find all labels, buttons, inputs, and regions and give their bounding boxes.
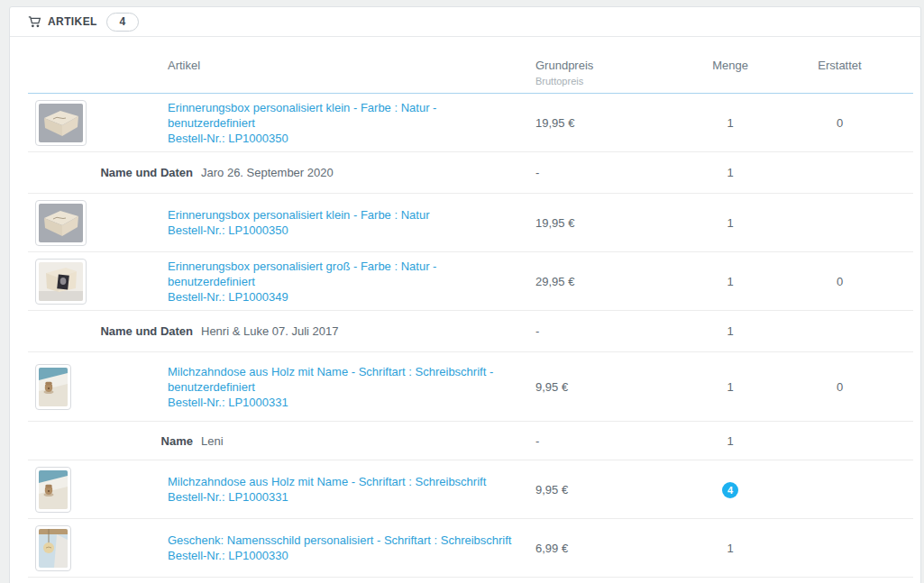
attribute-label: Name und Daten <box>71 324 193 338</box>
articles-table: Artikel Grundpreis Bruttopreis Menge Ers… <box>28 37 913 578</box>
article-name-link[interactable]: Milchzahndose aus Holz mit Name - Schrif… <box>168 474 516 489</box>
table-row: Name und Daten Henri & Luke 07. Juli 201… <box>28 311 913 352</box>
product-thumbnail[interactable] <box>35 100 87 146</box>
table-header-row: Artikel Grundpreis Bruttopreis Menge Ers… <box>28 37 913 94</box>
product-thumbnail[interactable] <box>35 525 71 571</box>
product-thumbnail[interactable] <box>35 364 71 410</box>
article-order-number-link[interactable]: Bestell-Nr.: LP1000350 <box>168 223 516 238</box>
article-order-number-link[interactable]: Bestell-Nr.: LP1000331 <box>168 395 516 410</box>
article-count-badge: 4 <box>106 13 139 32</box>
article-price: 9,95 € <box>526 380 686 394</box>
product-thumbnail[interactable] <box>35 200 87 246</box>
article-name-link[interactable]: Erinnerungsbox personalisiert klein - Fa… <box>168 207 516 223</box>
article-price: 9,95 € <box>526 483 686 496</box>
table-row: Milchzahndose aus Holz mit Name - Schrif… <box>28 460 913 519</box>
column-header-artikel: Artikel <box>159 59 526 72</box>
article-name-link[interactable]: Milchzahndose aus Holz mit Name - Schrif… <box>168 364 516 395</box>
table-row: Erinnerungsbox personalisiert klein - Fa… <box>28 94 913 152</box>
attribute-value: Henri & Luke 07. Juli 2017 <box>201 324 338 338</box>
article-order-number-link[interactable]: Bestell-Nr.: LP1000331 <box>168 489 516 505</box>
quantity-badge: 4 <box>722 482 738 498</box>
article-quantity: 1 <box>686 166 774 179</box>
attribute-label: Name <box>71 434 193 448</box>
artikel-panel: ARTIKEL 4 Artikel Grundpreis Bruttopreis… <box>9 6 921 583</box>
product-thumbnail[interactable] <box>35 259 87 305</box>
table-row: Erinnerungsbox personalisiert klein - Fa… <box>28 194 913 252</box>
shopping-cart-icon <box>28 16 41 28</box>
article-price: - <box>526 434 686 448</box>
article-refunded: 0 <box>774 275 905 288</box>
article-price: 29,95 € <box>526 275 686 288</box>
article-order-number-link[interactable]: Bestell-Nr.: LP1000349 <box>168 289 516 305</box>
attribute-label: Name und Daten <box>71 166 193 179</box>
article-quantity: 1 <box>686 275 774 288</box>
attribute-value: Jaro 26. September 2020 <box>201 166 334 179</box>
column-subheader-bruttopreis: Bruttopreis <box>535 76 686 87</box>
panel-titlebar: ARTIKEL 4 <box>10 7 920 37</box>
article-quantity: 1 <box>686 380 774 394</box>
article-refunded: 0 <box>774 116 905 130</box>
article-name-link[interactable]: Geschenk: Namensschild personalisiert - … <box>168 533 516 548</box>
article-price: 6,99 € <box>526 542 686 555</box>
panel-title: ARTIKEL <box>48 15 97 28</box>
table-row: Geschenk: Namensschild personalisiert - … <box>28 519 913 578</box>
article-order-number-link[interactable]: Bestell-Nr.: LP1000350 <box>168 131 516 146</box>
table-row: Erinnerungsbox personalisiert groß - Far… <box>28 252 913 311</box>
article-name-link[interactable]: Erinnerungsbox personalisiert groß - Far… <box>168 259 516 289</box>
article-quantity: 1 <box>686 434 774 448</box>
article-name-link[interactable]: Erinnerungsbox personalisiert klein - Fa… <box>168 100 516 131</box>
column-header-menge: Menge <box>686 59 774 72</box>
product-thumbnail[interactable] <box>35 467 71 513</box>
table-row: Milchzahndose aus Holz mit Name - Schrif… <box>28 352 913 422</box>
article-price: - <box>526 166 686 179</box>
article-price: 19,95 € <box>526 216 686 230</box>
article-refunded: 0 <box>774 380 905 394</box>
article-quantity: 1 <box>686 324 774 338</box>
article-quantity: 1 <box>686 216 774 230</box>
article-quantity: 1 <box>686 542 774 555</box>
article-order-number-link[interactable]: Bestell-Nr.: LP1000330 <box>168 548 516 563</box>
attribute-value: Leni <box>201 434 224 448</box>
article-price: 19,95 € <box>526 116 686 130</box>
article-price: - <box>526 324 686 338</box>
table-row: Name und Daten Jaro 26. September 2020 -… <box>28 152 913 194</box>
table-row: Name Leni - 1 <box>28 422 913 460</box>
article-quantity: 1 <box>686 116 774 130</box>
column-header-erstattet: Erstattet <box>774 59 905 72</box>
column-header-grundpreis: Grundpreis <box>535 59 686 72</box>
